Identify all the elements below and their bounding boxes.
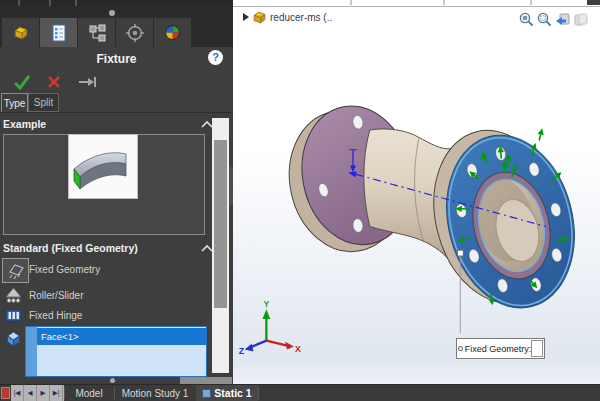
scrollbar-thumb[interactable] [214, 140, 227, 308]
standard-section-header[interactable]: Standard (Fixed Geometry) [0, 240, 233, 257]
roller-slider-button[interactable] [3, 285, 23, 304]
fixed-geometry-icon [5, 260, 27, 281]
scroll-corner [180, 377, 232, 384]
toolbar-separator [443, 0, 445, 5]
example-body [3, 134, 205, 235]
selected-face-item[interactable]: Face<1> [37, 328, 206, 345]
tab-split[interactable]: Split [28, 93, 59, 112]
displaymanager-sphere-icon [163, 23, 182, 42]
help-icon[interactable]: ? [208, 50, 223, 65]
face-cube-icon [4, 329, 23, 347]
fixed-geometry-button[interactable] [2, 258, 29, 283]
panel-splitter-top[interactable] [0, 6, 233, 18]
toolbar-corner [587, 0, 600, 5]
tab-type[interactable]: Type [1, 93, 28, 112]
panel-scrollbar[interactable] [212, 118, 229, 373]
page-title: Fixture [0, 52, 233, 66]
tab-propertymanager[interactable] [40, 18, 77, 47]
tree-icon [87, 23, 107, 43]
fixture-subtabs: Type Split [0, 92, 233, 113]
tab-model[interactable]: Model [64, 385, 114, 401]
last-tab-button[interactable]: ▶| [50, 385, 63, 401]
fixture-example-slab-icon [69, 135, 136, 197]
tab-featuremanager[interactable] [2, 18, 39, 47]
ok-check-icon[interactable] [12, 73, 32, 91]
triad-y-label: Y [263, 299, 269, 309]
toolbar-separator [530, 0, 532, 5]
property-manager-panel: Fixture ? Type Split Example [0, 6, 233, 377]
panel-title-row: Fixture ? [0, 47, 233, 71]
selection-listbox-stripe [26, 327, 37, 376]
faces-selection-icon-wrap [3, 328, 23, 347]
callout-handle-dot [458, 346, 463, 351]
reducer-model[interactable]: Y X Z [233, 7, 600, 385]
callout-color-swatch[interactable] [531, 340, 543, 357]
triad-z-label: Z [239, 346, 245, 356]
example-header-label: Example [3, 118, 46, 130]
fixed-hinge-icon [4, 306, 23, 324]
fixed-hinge-label[interactable]: Fixed Hinge [29, 310, 82, 321]
record-indicator [1, 387, 10, 399]
dimxpert-target-icon [125, 23, 145, 43]
next-tab-button[interactable]: ▶ [37, 385, 50, 401]
graphics-viewport[interactable]: reducer-ms (.. [233, 6, 600, 384]
panel-actions-row [0, 71, 233, 93]
tab-displaymanager[interactable] [154, 18, 191, 47]
first-tab-button[interactable]: |◀ [11, 385, 24, 401]
triad-x-label: X [295, 344, 301, 354]
cancel-x-icon[interactable] [46, 74, 62, 90]
tab-static-1[interactable]: Static 1 [196, 385, 258, 401]
keep-visible-pin-icon[interactable] [78, 75, 98, 89]
standard-header-label: Standard (Fixed Geometry) [3, 242, 138, 254]
tab-static-label: Static 1 [214, 387, 251, 399]
study-icon [202, 389, 211, 398]
orientation-triad: Y X Z [239, 299, 301, 356]
fixed-geometry-label[interactable]: Fixed Geometry [29, 264, 100, 275]
manager-tab-bar [0, 18, 233, 47]
tab-separator [258, 387, 259, 399]
right-flange-selected[interactable] [416, 117, 592, 322]
callout-label: Fixed Geometry: [465, 344, 532, 354]
roller-slider-label[interactable]: Roller/Slider [29, 290, 83, 301]
prev-tab-button[interactable]: ◀ [24, 385, 37, 401]
roller-slider-icon [4, 286, 23, 304]
tab-scroll-buttons: |◀ ◀ ▶ ▶| [11, 385, 64, 401]
splitter-grip-dot [109, 10, 115, 16]
example-section-header[interactable]: Example [0, 116, 233, 133]
fixed-hinge-button[interactable] [3, 305, 23, 324]
propertymanager-list-icon [50, 23, 68, 43]
tab-dimxpertmanager[interactable] [116, 18, 153, 47]
toolbar-separator [350, 0, 352, 5]
faces-selection-listbox[interactable]: Face<1> [25, 326, 207, 377]
study-tab-bar: |◀ ◀ ▶ ▶| Model Motion Study 1 Static 1 [0, 384, 600, 401]
tab-motion-study[interactable]: Motion Study 1 [114, 385, 196, 401]
fixture-callout[interactable]: Fixed Geometry: [456, 338, 545, 359]
splitter-grip-dot [110, 378, 115, 383]
example-thumbnail [68, 134, 138, 199]
part-icon [13, 25, 29, 41]
tab-configurationmanager[interactable] [78, 18, 115, 47]
